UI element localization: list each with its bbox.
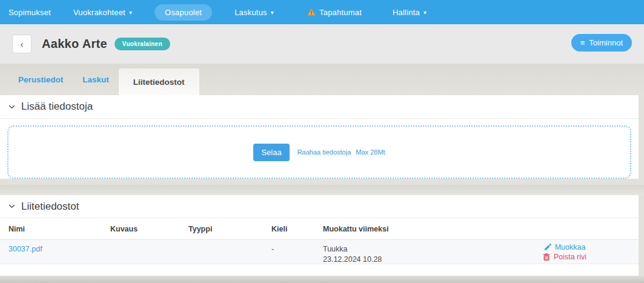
nav-item-label: Vuokrakohteet xyxy=(73,8,125,17)
nav-item-label: Sopimukset xyxy=(8,8,51,17)
file-dropzone[interactable]: Selaa Raahaa tiedostoja Max 28Mt xyxy=(7,125,631,179)
edit-row-label: Muokkaa xyxy=(555,243,586,251)
upload-section-header[interactable]: Lisää tiedostoja xyxy=(0,95,639,119)
menu-icon: ≡ xyxy=(580,39,585,47)
delete-row-label: Poista rivi xyxy=(554,253,586,261)
page-title: Aakko Arte xyxy=(42,37,107,51)
chevron-down-icon: ▾ xyxy=(423,9,427,16)
nav-item-osapuolet[interactable]: Osapuolet xyxy=(154,4,212,21)
nav-item-label: Tapahtumat xyxy=(319,8,362,17)
actions-button[interactable]: ≡ Toiminnot xyxy=(571,34,632,52)
modified-at: 23.12.2024 10.28 xyxy=(323,255,491,265)
chevron-down-icon: ▾ xyxy=(271,9,274,16)
tab-bar: Perustiedot Laskut Liitetiedostot xyxy=(0,64,644,95)
nav-item-label: Hallinta xyxy=(393,8,420,17)
nav-item-tapahtumat[interactable]: Tapahtumat xyxy=(307,8,362,17)
cell-muokattu: Tuukka 23.12.2024 10.28 xyxy=(323,240,491,264)
table-header-row: Nimi Kuvaus Tyyppi Kieli Muokattu viimek… xyxy=(0,218,639,240)
page-bottom-strip xyxy=(0,276,644,283)
nav-item-hallinta[interactable]: Hallinta ▾ xyxy=(393,8,427,17)
nav-item-laskutus[interactable]: Laskutus ▾ xyxy=(234,8,274,17)
nav-item-label: Laskutus xyxy=(234,8,267,17)
nav-item-label: Osapuolet xyxy=(165,8,202,17)
entity-header: ‹ Aakko Arte Vuokralainen ≡ Toiminnot xyxy=(0,24,644,64)
tab-perustiedot[interactable]: Perustiedot xyxy=(8,64,73,95)
trash-icon xyxy=(543,253,550,261)
tab-label: Liitetiedostot xyxy=(133,78,185,87)
tab-label: Laskut xyxy=(82,75,109,84)
main-navbar: Sopimukset Vuokrakohteet ▾ Osapuolet Las… xyxy=(0,0,644,24)
file-link[interactable]: 30037.pdf xyxy=(8,245,42,253)
row-actions: Muokkaa Poista rivi xyxy=(491,240,639,264)
nav-item-vuokrakohteet[interactable]: Vuokrakohteet ▾ xyxy=(73,8,132,17)
modified-by: Tuukka xyxy=(323,244,491,255)
status-badge: Vuokralainen xyxy=(115,38,170,50)
section-title: Lisää tiedostoja xyxy=(21,101,93,113)
chevron-left-icon: ‹ xyxy=(21,39,24,49)
cell-tyyppi xyxy=(188,240,271,264)
table-row: 30037.pdf - Tuukka 23.12.2024 10.28 Muok… xyxy=(0,240,639,264)
attachments-section-header[interactable]: Liitetiedostot xyxy=(0,195,639,218)
tab-label: Perustiedot xyxy=(18,75,63,84)
delete-row-button[interactable]: Poista rivi xyxy=(543,253,586,261)
back-button[interactable]: ‹ xyxy=(12,35,32,53)
chevron-down-icon xyxy=(8,105,15,109)
section-title: Liitetiedostot xyxy=(21,201,79,213)
drag-text: Raahaa tiedostoja xyxy=(297,148,351,156)
actions-button-label: Toiminnot xyxy=(589,38,623,47)
chevron-down-icon: ▾ xyxy=(129,9,132,16)
pencil-icon xyxy=(544,244,551,251)
max-size-text: Max 28Mt xyxy=(356,148,385,156)
chevron-down-icon xyxy=(8,204,15,208)
upload-section: Lisää tiedostoja Selaa Raahaa tiedostoja… xyxy=(0,95,639,179)
section-divider xyxy=(0,185,644,195)
browse-button[interactable]: Selaa xyxy=(253,144,289,161)
column-header-kieli: Kieli xyxy=(271,225,323,233)
nav-item-sopimukset[interactable]: Sopimukset xyxy=(8,8,51,17)
tab-liitetiedostot[interactable]: Liitetiedostot xyxy=(119,68,199,95)
column-header-nimi: Nimi xyxy=(8,225,110,233)
cell-kieli: - xyxy=(271,240,323,264)
tab-laskut[interactable]: Laskut xyxy=(73,64,119,95)
dropzone-hint: Raahaa tiedostoja Max 28Mt xyxy=(297,148,385,156)
attachments-section: Liitetiedostot Nimi Kuvaus Tyyppi Kieli … xyxy=(0,195,639,276)
column-header-kuvaus: Kuvaus xyxy=(110,225,188,233)
warning-icon xyxy=(307,8,316,16)
column-header-muokattu: Muokattu viimeksi xyxy=(323,225,491,233)
cell-kuvaus xyxy=(110,240,188,264)
section-bottom-padding xyxy=(0,264,639,276)
edit-row-button[interactable]: Muokkaa xyxy=(544,243,586,251)
column-header-tyyppi: Tyyppi xyxy=(188,225,271,233)
